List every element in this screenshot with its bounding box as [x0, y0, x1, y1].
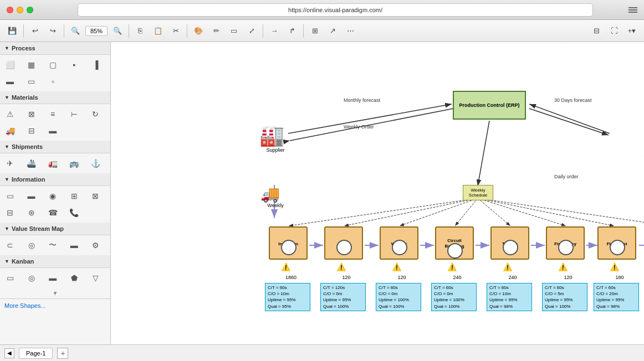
paste-button[interactable]: 📋 — [150, 23, 166, 39]
process-testing[interactable]: Testing — [490, 226, 529, 260]
elbow-arrow-button[interactable]: ↱ — [284, 23, 300, 39]
info-icon-3[interactable]: ◉ — [45, 188, 60, 204]
process-icon-8[interactable]: ▫ — [45, 74, 60, 89]
process-icon-3[interactable]: ▢ — [45, 57, 60, 73]
arrow-button[interactable]: → — [267, 23, 282, 39]
shipments-icon-3[interactable]: 🚛 — [45, 156, 60, 171]
info-icon-1[interactable]: ▭ — [2, 188, 18, 204]
kanban-icon-4[interactable]: ⬟ — [67, 270, 82, 286]
section-materials[interactable]: ▼ Materials — [0, 91, 110, 104]
kanban-icon-2[interactable]: ◎ — [24, 270, 39, 286]
kanban-icon-1[interactable]: ▭ — [2, 270, 18, 286]
undo-button[interactable]: ↩ — [27, 23, 43, 39]
extras-button[interactable]: ⋯ — [343, 23, 358, 39]
add-page-button[interactable]: + — [57, 348, 68, 359]
section-process[interactable]: ▼ Process — [0, 42, 110, 55]
panel-scroll-down[interactable]: ▼ — [0, 288, 110, 298]
process-icons-grid: ⬜ ▦ ▢ ▪ ▐ ▬ ▭ ▫ — [0, 55, 110, 91]
info-icon-7[interactable]: ⊛ — [24, 205, 39, 220]
materials-icon-1[interactable]: ⚠ — [2, 106, 18, 122]
vsm-icon-4[interactable]: ▬ — [67, 238, 82, 253]
info-icon-2[interactable]: ▬ — [24, 188, 39, 204]
process-washer[interactable]: Washer — [380, 226, 418, 260]
erp-box[interactable]: Production Control (ERP) — [453, 91, 526, 120]
zoom-in-button[interactable]: 🔍 — [68, 23, 83, 39]
section-information[interactable]: ▼ Information — [0, 173, 110, 186]
menu-icon[interactable] — [628, 7, 637, 13]
process-icon-1[interactable]: ⬜ — [2, 57, 18, 73]
info-icon-6[interactable]: ⊟ — [2, 205, 18, 220]
close-button[interactable] — [7, 7, 13, 13]
line-color-button[interactable]: ✏ — [208, 23, 224, 39]
redo-button[interactable]: ↪ — [45, 23, 60, 39]
shipments-arrow-icon: ▼ — [4, 144, 9, 149]
section-shipments[interactable]: ▼ Shipments — [0, 141, 110, 153]
export-button[interactable]: ↗ — [325, 23, 340, 39]
connect-button[interactable]: ⤢ — [244, 23, 259, 39]
shape-button[interactable]: ▭ — [226, 23, 242, 39]
materials-icon-7[interactable]: ⊟ — [24, 123, 39, 138]
page-tab-1[interactable]: Page-1 — [19, 348, 53, 359]
materials-icon-8[interactable]: ▬ — [45, 123, 60, 138]
expand-left-button[interactable]: ◀ — [4, 348, 14, 358]
section-vsm[interactable]: ▼ Value Stream Map — [0, 223, 110, 235]
process-circuit[interactable]: CircuitBoarding — [435, 226, 474, 260]
main-layout: ▼ Process ⬜ ▦ ▢ ▪ ▐ ▬ ▭ ▫ ▼ Materials ⚠ … — [0, 42, 644, 344]
materials-icon-2[interactable]: ⊠ — [24, 106, 39, 122]
process-icon-5[interactable]: ▐ — [88, 57, 103, 73]
materials-icon-6[interactable]: 🚚 — [2, 123, 18, 138]
info-icon-4[interactable]: ⊞ — [67, 188, 82, 204]
divider-1 — [23, 24, 24, 38]
process-invention[interactable]: Invention — [269, 226, 308, 260]
process-oven[interactable]: Oven — [324, 226, 363, 260]
shipments-icon-2[interactable]: 🚢 — [24, 156, 39, 171]
save-button[interactable]: 💾 — [4, 23, 20, 39]
svg-line-21 — [478, 198, 510, 226]
materials-icon-5[interactable]: ↻ — [88, 106, 103, 122]
info-icon-5[interactable]: ⊠ — [88, 188, 103, 204]
delete-button[interactable]: ✂ — [168, 23, 183, 39]
copy-button[interactable]: ⎘ — [132, 23, 148, 39]
minimize-button[interactable] — [17, 7, 23, 13]
fullscreen-button[interactable]: ⛶ — [606, 23, 622, 39]
info-icon-9[interactable]: 📞 — [67, 205, 82, 220]
vsm-icon-2[interactable]: ◎ — [24, 238, 39, 253]
vsm-icon-1[interactable]: ⊂ — [2, 238, 18, 253]
fill-color-button[interactable]: 🎨 — [191, 23, 206, 39]
oven-circle — [336, 240, 352, 255]
section-kanban[interactable]: ▼ Kanban — [0, 255, 110, 268]
url-bar[interactable]: https://online.visual-paradigm.com/ — [78, 3, 593, 17]
add-button[interactable]: +▾ — [624, 23, 640, 39]
shipments-icon-1[interactable]: ✈ — [2, 156, 18, 171]
section-shipments-label: Shipments — [12, 143, 43, 150]
zoom-input[interactable]: 85% — [85, 26, 108, 36]
maximize-button[interactable] — [27, 7, 33, 13]
kanban-icon-5[interactable]: ▽ — [88, 270, 103, 286]
process-icon-4[interactable]: ▪ — [67, 57, 82, 73]
process-icon-2[interactable]: ▦ — [24, 57, 39, 73]
oven-warn: ⚠️ — [336, 262, 346, 271]
weekly-label: Weekly — [262, 203, 289, 208]
shipments-icon-5[interactable]: ⚓ — [88, 156, 103, 171]
process-final-assy[interactable]: Final Assy — [546, 226, 585, 260]
monthly-forecast-label: Monthly forecast — [344, 97, 380, 103]
process-final-test[interactable]: Final Test — [597, 226, 636, 260]
panel-toggle-button[interactable]: ⊟ — [589, 23, 604, 39]
circuit-circle — [447, 243, 463, 259]
arrange-button[interactable]: ⊞ — [307, 23, 323, 39]
svg-line-23 — [478, 198, 614, 226]
weekly-schedule-box[interactable]: Weekly Schedule — [463, 185, 493, 200]
washer-warn: ⚠️ — [392, 262, 401, 271]
shipments-icon-4[interactable]: 🚌 — [67, 156, 82, 171]
process-icon-6[interactable]: ▬ — [2, 74, 18, 89]
vsm-icon-3[interactable]: 〜 — [45, 238, 60, 253]
process-icon-7[interactable]: ▭ — [24, 74, 39, 89]
info-icon-8[interactable]: ☎ — [45, 205, 60, 220]
more-shapes-link[interactable]: More Shapes... — [0, 298, 110, 312]
kanban-icon-3[interactable]: ▬ — [45, 270, 60, 286]
vsm-icon-5[interactable]: ⚙ — [88, 238, 103, 253]
materials-icon-3[interactable]: ≡ — [45, 106, 60, 122]
materials-icon-4[interactable]: ⊢ — [67, 106, 82, 122]
canvas-area[interactable]: Production Control (ERP) 🏭 Supplier 🏭 Cu… — [111, 42, 644, 344]
zoom-out-button[interactable]: 🔍 — [110, 23, 125, 39]
